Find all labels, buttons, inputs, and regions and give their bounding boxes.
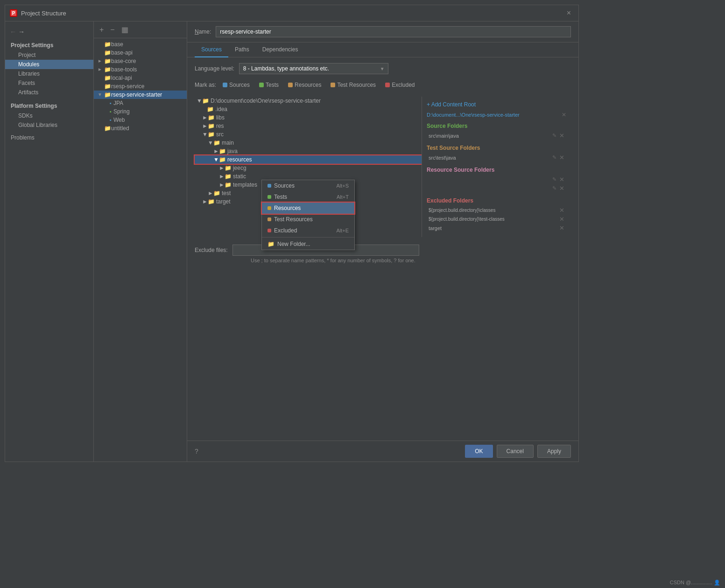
tree-item-web[interactable]: ▪ Web (94, 116, 187, 124)
tab-dependencies[interactable]: Dependencies (256, 42, 305, 57)
tree-item-label: Spring (113, 108, 130, 115)
sidebar-item-facets[interactable]: Facets (5, 78, 93, 88)
dir-src[interactable]: ▼ 📁 src (195, 130, 422, 139)
dir-root[interactable]: ▼ 📁 D:\document\code\One\rsesp-service-s… (195, 97, 422, 105)
name-row: Name: (187, 21, 578, 42)
sidebar-item-project[interactable]: Project (5, 50, 93, 60)
tree-item-label: rsesp-service (111, 83, 144, 90)
delete-resource-1-btn[interactable]: ✕ (559, 176, 564, 183)
sidebar-item-artifacts[interactable]: Artifacts (5, 88, 93, 97)
test-source-path: src\test\java (429, 155, 456, 161)
tree-item-label: base-tools (111, 66, 137, 73)
delete-excluded-3-btn[interactable]: ✕ (559, 224, 564, 231)
sidebar-item-global-libraries[interactable]: Global Libraries (5, 120, 93, 130)
ctx-test-resources[interactable]: Test Resources (262, 214, 354, 225)
sidebar-item-problems[interactable]: Problems (5, 132, 93, 144)
module-tree: 📁 base 📁 base-api ► 📁 base-core ► 📁 base (94, 38, 187, 462)
excluded-color-dot (385, 83, 390, 87)
ctx-new-folder[interactable]: 📁 New Folder... (262, 238, 354, 250)
ctx-tests-label: Tests (274, 194, 287, 200)
forward-arrow[interactable]: → (18, 28, 25, 35)
copy-module-button[interactable]: ▦ (120, 24, 130, 35)
lang-level-label: Language level: (195, 65, 234, 72)
exclude-label: Exclude files: (195, 247, 228, 253)
edit-resource-1-btn[interactable]: ✎ (552, 176, 556, 182)
root-path-text: D:\document...\One\rsesp-service-starter (427, 112, 520, 118)
delete-excluded-1-btn[interactable]: ✕ (559, 207, 564, 214)
ctx-excluded[interactable]: Excluded Alt+E (262, 225, 354, 236)
tree-item-jpa[interactable]: ▪ JPA (94, 99, 187, 107)
ctx-resources-dot (267, 206, 271, 210)
delete-test-source-btn[interactable]: ✕ (559, 154, 564, 161)
delete-resource-2-btn[interactable]: ✕ (559, 185, 564, 192)
test-source-folder-entry: src\test\java ✎ ✕ (427, 153, 566, 162)
sidebar-item-modules[interactable]: Modules (5, 60, 93, 69)
excluded-path-1: ${project.build.directory}\classes (429, 208, 495, 213)
sidebar-item-libraries[interactable]: Libraries (5, 69, 93, 78)
mark-as-sources-btn[interactable]: Sources (220, 81, 253, 89)
add-module-button[interactable]: + (98, 25, 106, 35)
tree-item-rsesp-service-starter[interactable]: ▼ 📁 rsesp-service-starter (94, 91, 187, 99)
edit-resource-2-btn[interactable]: ✎ (552, 185, 556, 191)
dir-java[interactable]: ► 📁 java (195, 147, 422, 155)
ctx-resources[interactable]: Resources (262, 203, 354, 214)
sidebar-item-sdks[interactable]: SDKs (5, 111, 93, 120)
tree-item-base-core[interactable]: ► 📁 base-core (94, 57, 187, 65)
tab-sources[interactable]: Sources (195, 42, 228, 57)
excluded-title: Excluded Folders (427, 197, 566, 204)
tabs-row: Sources Paths Dependencies (187, 42, 578, 57)
mark-resources-label: Resources (295, 82, 321, 88)
close-button[interactable]: × (564, 8, 574, 18)
tree-item-untitled[interactable]: 📁 untitled (94, 124, 187, 133)
edit-source-folder-btn[interactable]: ✎ (552, 133, 556, 139)
dir-test-label: test (222, 190, 231, 196)
dir-libs[interactable]: ► 📁 libs (195, 113, 422, 122)
tree-item-base-api[interactable]: 📁 base-api (94, 49, 187, 57)
dir-jeecg[interactable]: ► 📁 jeecg (195, 164, 422, 172)
dir-idea[interactable]: 📁 .idea (195, 105, 422, 113)
remove-module-button[interactable]: − (108, 25, 116, 35)
tree-item-rsesp-service[interactable]: 📁 rsesp-service (94, 82, 187, 91)
add-content-root-btn[interactable]: + Add Content Root (427, 101, 566, 108)
mark-as-resources-btn[interactable]: Resources (285, 81, 324, 89)
tab-paths[interactable]: Paths (228, 42, 256, 57)
resource-source-title: Resource Source Folders (427, 167, 566, 173)
mark-as-row: Mark as: Sources Tests Resources (195, 81, 571, 89)
ok-button[interactable]: OK (465, 445, 493, 458)
ctx-excluded-shortcut: Alt+E (336, 228, 349, 233)
mark-as-excluded-btn[interactable]: Excluded (382, 81, 417, 89)
excluded-entry-2: ${project.build.directory}\test-classes … (427, 215, 566, 224)
delete-excluded-2-btn[interactable]: ✕ (559, 216, 564, 223)
dir-res[interactable]: ► 📁 res (195, 122, 422, 130)
tree-item-local-api[interactable]: 📁 local-api (94, 74, 187, 82)
app-icon: P (10, 9, 17, 17)
dir-main[interactable]: ▼ 📁 main (195, 139, 422, 147)
bottom-bar: ? OK Cancel Apply (187, 441, 578, 462)
dir-res-label: res (216, 123, 224, 129)
tree-item-spring[interactable]: ▪ Spring (94, 107, 187, 116)
ctx-test-resources-dot (267, 217, 271, 221)
root-close-btn[interactable]: ✕ (562, 112, 566, 118)
mark-as-test-resources-btn[interactable]: Test Resources (328, 81, 379, 89)
mark-tests-label: Tests (266, 82, 279, 88)
ctx-sources-dot (267, 184, 271, 188)
mark-test-resources-label: Test Resources (337, 82, 376, 88)
dir-resources[interactable]: ▼ 📁 resources (195, 155, 422, 164)
name-input[interactable] (216, 26, 571, 37)
apply-button[interactable]: Apply (537, 445, 571, 458)
cancel-button[interactable]: Cancel (497, 445, 534, 458)
ctx-sources[interactable]: Sources Alt+S (262, 180, 354, 191)
delete-source-folder-btn[interactable]: ✕ (559, 132, 564, 139)
tree-item-base-tools[interactable]: ► 📁 base-tools (94, 65, 187, 74)
back-arrow[interactable]: ← (10, 28, 16, 35)
sources-color-dot (223, 83, 227, 87)
lang-level-select[interactable]: 8 - Lambdas, type annotations etc. (239, 63, 388, 74)
tree-item-base[interactable]: 📁 base (94, 40, 187, 49)
help-button[interactable]: ? (195, 448, 198, 455)
mark-as-tests-btn[interactable]: Tests (256, 81, 282, 89)
tree-item-label: Web (113, 117, 125, 123)
content-area: Language level: 8 - Lambdas, type annota… (187, 57, 578, 441)
dir-idea-label: .idea (215, 106, 227, 112)
edit-test-source-btn[interactable]: ✎ (552, 154, 556, 161)
ctx-tests[interactable]: Tests Alt+T (262, 191, 354, 203)
